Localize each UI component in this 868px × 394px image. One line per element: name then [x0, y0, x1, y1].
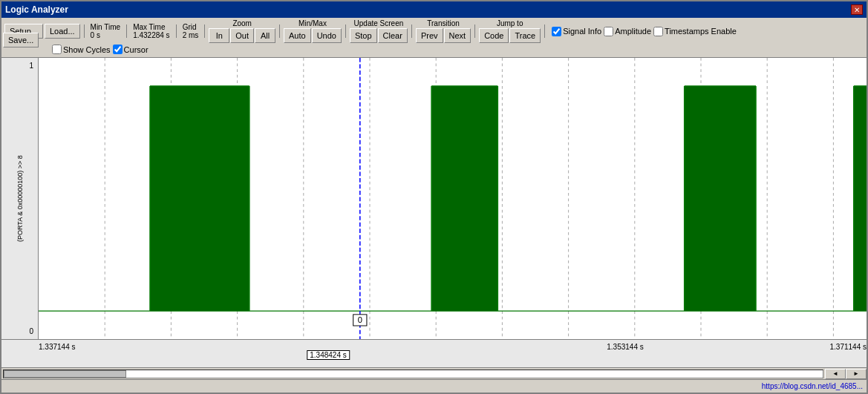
bottom-area: 1.348424 s 1.337144 s 1.353144 s 1.37114… — [1, 339, 867, 367]
checkbox-group: Signal Info Amplitude Timestamps Enable — [552, 27, 737, 36]
minmax-label: Min/Max — [298, 19, 327, 27]
cursor-checkbox[interactable] — [113, 45, 123, 54]
transition-group: Transition Prev Next — [416, 19, 471, 43]
svg-rect-18 — [431, 86, 497, 311]
svg-rect-26 — [854, 86, 867, 311]
scrollbar-thumb[interactable] — [4, 370, 126, 378]
code-button[interactable]: Code — [479, 28, 509, 43]
toolbar-row-2: Show Cycles Cursor — [49, 45, 864, 54]
min-time-group: Min Time 0 s — [91, 23, 121, 39]
next-button[interactable]: Next — [444, 28, 471, 43]
max-time-label: Max Time — [133, 23, 170, 31]
trace-button[interactable]: Trace — [509, 28, 541, 43]
x-label-3: 1.353144 s — [607, 343, 644, 351]
separator-3 — [176, 24, 177, 38]
svg-text:0: 0 — [358, 316, 362, 325]
scroll-right-button[interactable]: ► — [846, 369, 867, 379]
scrollbar-buttons: ◄ ► — [825, 369, 867, 379]
separator-1 — [84, 24, 85, 38]
timestamps-checkbox-label[interactable]: Timestamps Enable — [653, 27, 737, 36]
separator-8 — [474, 24, 475, 38]
amplitude-checkbox-label[interactable]: Amplitude — [604, 27, 651, 36]
signal-info-label: Signal Info — [563, 27, 601, 36]
scrollbar-area[interactable]: ◄ ► — [1, 367, 867, 379]
update-screen-label: Update Screen — [354, 19, 404, 27]
undo-button[interactable]: Undo — [312, 28, 342, 43]
load-button[interactable]: Load... — [45, 24, 80, 39]
close-button[interactable]: ✕ — [851, 4, 863, 15]
max-time-group: Max Time 1.432284 s — [133, 23, 170, 39]
cursor-time-label: 1.348424 s — [307, 350, 350, 360]
status-bar: https://blog.csdn.net/id_4685... — [1, 379, 867, 393]
zoom-all-button[interactable]: All — [255, 28, 275, 43]
svg-rect-22 — [685, 86, 756, 311]
cursor-checkbox-label[interactable]: Cursor — [113, 45, 149, 54]
main-area: 1 (PORTA & 0x00000100) >> 8 0 — [1, 58, 867, 393]
scroll-left-button[interactable]: ◄ — [825, 369, 846, 379]
window-title: Logic Analyzer — [5, 4, 68, 15]
chart-area: 1 (PORTA & 0x00000100) >> 8 0 — [1, 58, 867, 339]
separator-6 — [345, 24, 346, 38]
chart-inner[interactable]: 0 — [39, 58, 867, 339]
toolbar-row-1: Setup... Load... Min Time 0 s Max Time 1… — [4, 19, 864, 43]
min-time-label: Min Time — [91, 23, 121, 31]
zoom-out-button[interactable]: Out — [230, 28, 254, 43]
timestamps-label: Timestamps Enable — [665, 27, 737, 36]
grid-value: 2 ms — [183, 31, 199, 39]
y-label-top: 1 — [3, 62, 36, 70]
show-cycles-label: Show Cycles — [63, 45, 111, 54]
status-url: https://blog.csdn.net/id_4685... — [762, 382, 863, 390]
signal-info-checkbox-label[interactable]: Signal Info — [552, 27, 601, 36]
title-bar: Logic Analyzer ✕ — [1, 1, 867, 18]
update-screen-buttons: Stop Clear — [350, 28, 408, 43]
separator-5 — [279, 24, 280, 38]
separator-4 — [204, 24, 205, 38]
max-time-value: 1.432284 s — [133, 31, 170, 39]
logic-analyzer-window: Logic Analyzer ✕ Setup... Load... Min Ti… — [0, 0, 868, 394]
separator-2 — [126, 24, 127, 38]
y-label-middle: (PORTA & 0x00000100) >> 8 — [3, 70, 36, 327]
minmax-buttons: Auto Undo — [284, 28, 342, 43]
grid-label: Grid — [183, 23, 199, 31]
min-time-value: 0 s — [91, 31, 121, 39]
jump-to-label: Jump to — [497, 19, 523, 27]
jump-to-group: Jump to Code Trace — [479, 19, 541, 43]
save-button[interactable]: Save... — [3, 33, 39, 47]
x-label-4: 1.371144 s — [830, 343, 867, 351]
stop-button[interactable]: Stop — [350, 28, 377, 43]
y-label-bottom: 0 — [3, 327, 36, 335]
zoom-group: Zoom In Out All — [209, 19, 275, 43]
toolbar: Setup... Load... Min Time 0 s Max Time 1… — [1, 18, 867, 58]
scrollbar-track[interactable] — [3, 370, 823, 378]
svg-rect-14 — [150, 86, 249, 311]
save-button-container: Save... — [3, 33, 39, 47]
prev-button[interactable]: Prev — [416, 28, 443, 43]
transition-buttons: Prev Next — [416, 28, 471, 43]
x-label-1: 1.337144 s — [39, 343, 76, 351]
checkbox-group-2: Show Cycles Cursor — [52, 45, 149, 54]
x-labels-row: 1.337144 s 1.353144 s 1.371144 s — [1, 340, 867, 353]
transition-label: Transition — [427, 19, 460, 27]
separator-9 — [544, 24, 545, 38]
auto-button[interactable]: Auto — [284, 28, 311, 43]
timestamps-checkbox[interactable] — [653, 27, 663, 36]
update-screen-group: Update Screen Stop Clear — [350, 19, 408, 43]
cursor-label: Cursor — [124, 45, 149, 54]
separator-7 — [411, 24, 412, 38]
clear-button[interactable]: Clear — [378, 28, 408, 43]
show-cycles-checkbox[interactable] — [52, 45, 62, 54]
minmax-group: Min/Max Auto Undo — [284, 19, 342, 43]
y-axis: 1 (PORTA & 0x00000100) >> 8 0 — [1, 58, 39, 339]
signal-info-checkbox[interactable] — [552, 27, 561, 36]
zoom-in-button[interactable]: In — [209, 28, 229, 43]
amplitude-checkbox[interactable] — [604, 27, 613, 36]
chart-svg: 0 — [39, 58, 867, 339]
jump-to-buttons: Code Trace — [479, 28, 541, 43]
amplitude-label: Amplitude — [615, 27, 651, 36]
zoom-buttons: In Out All — [209, 28, 275, 43]
grid-group: Grid 2 ms — [183, 23, 199, 39]
zoom-label: Zoom — [232, 19, 252, 27]
show-cycles-checkbox-label[interactable]: Show Cycles — [52, 45, 111, 54]
